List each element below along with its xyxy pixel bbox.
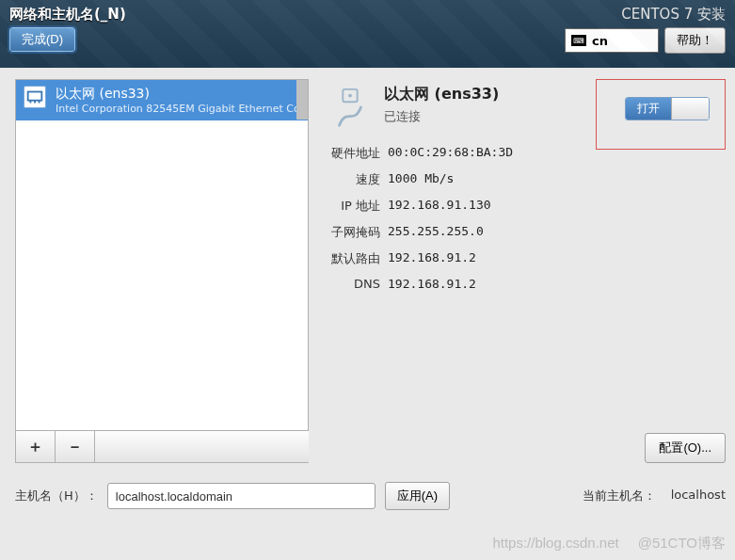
interface-list[interactable]: 以太网 (ens33) Intel Corporation 82545EM Gi… <box>15 79 309 431</box>
main-area: 以太网 (ens33) Intel Corporation 82545EM Gi… <box>0 68 735 463</box>
interface-list-buttons: ＋ － <box>15 431 309 463</box>
add-button[interactable]: ＋ <box>16 431 56 462</box>
speed-label: 速度 <box>326 171 380 188</box>
done-button[interactable]: 完成(D) <box>9 27 75 52</box>
watermark-left: https://blog.csdn.net <box>492 535 618 552</box>
svg-point-2 <box>348 94 352 98</box>
watermark-right: @51CTO博客 <box>638 535 726 552</box>
network-icon <box>326 83 375 132</box>
ethernet-icon <box>24 86 46 108</box>
hostname-label: 主机名（H）： <box>15 488 98 504</box>
current-hostname-value: localhost <box>671 488 726 504</box>
keyboard-icon: ⌨ <box>571 35 586 46</box>
current-hostname-label: 当前主机名： <box>583 488 656 504</box>
page-title: 网络和主机名(_N) <box>9 6 126 24</box>
hw-label: 硬件地址 <box>326 145 380 162</box>
dns-label: DNS <box>326 277 380 291</box>
detail-title: 以太网 (ens33) <box>384 85 499 104</box>
mask-value: 255.255.255.0 <box>388 224 570 241</box>
configure-button[interactable]: 配置(O)... <box>645 433 726 463</box>
ip-value: 192.168.91.130 <box>388 198 570 215</box>
detail-panel: 以太网 (ens33) 已连接 打开 硬件地址 00:0C:29:68:BA:3… <box>326 79 726 463</box>
keyboard-layout-selector[interactable]: ⌨ cn <box>565 28 659 53</box>
apply-button[interactable]: 应用(A) <box>385 482 450 510</box>
detail-status: 已连接 <box>384 108 499 125</box>
hostname-row: 主机名（H）： 应用(A) 当前主机名： localhost <box>15 482 726 510</box>
scrollbar[interactable] <box>296 80 308 120</box>
toggle-knob <box>671 98 709 120</box>
button-spacer <box>95 431 309 462</box>
toggle-on-label: 打开 <box>626 98 671 120</box>
header: 网络和主机名(_N) 完成(D) CENTOS 7 安装 ⌨ cn 帮助！ <box>0 0 735 68</box>
toggle-highlight: 打开 <box>596 79 726 150</box>
hw-value: 00:0C:29:68:BA:3D <box>388 145 570 162</box>
interface-panel: 以太网 (ens33) Intel Corporation 82545EM Gi… <box>15 79 309 463</box>
dns-value: 192.168.91.2 <box>388 277 570 291</box>
keyboard-layout-label: cn <box>592 34 608 48</box>
connection-toggle[interactable]: 打开 <box>625 97 710 120</box>
svg-rect-0 <box>28 92 42 101</box>
gw-label: 默认路由 <box>326 250 380 267</box>
speed-value: 1000 Mb/s <box>388 171 570 188</box>
interface-name: 以太网 (ens33) <box>56 86 309 103</box>
interface-item[interactable]: 以太网 (ens33) Intel Corporation 82545EM Gi… <box>16 80 308 120</box>
ip-label: IP 地址 <box>326 198 380 215</box>
interface-desc: Intel Corporation 82545EM Gigabit Ethern… <box>56 103 309 115</box>
install-label: CENTOS 7 安装 <box>621 6 726 24</box>
remove-button[interactable]: － <box>56 431 95 462</box>
gw-value: 192.168.91.2 <box>388 250 570 267</box>
mask-label: 子网掩码 <box>326 224 380 241</box>
hostname-input[interactable] <box>107 483 375 509</box>
help-button[interactable]: 帮助！ <box>664 27 726 54</box>
watermark: https://blog.csdn.net @51CTO博客 <box>492 535 726 552</box>
detail-info: 硬件地址 00:0C:29:68:BA:3D 速度 1000 Mb/s IP 地… <box>326 145 570 291</box>
